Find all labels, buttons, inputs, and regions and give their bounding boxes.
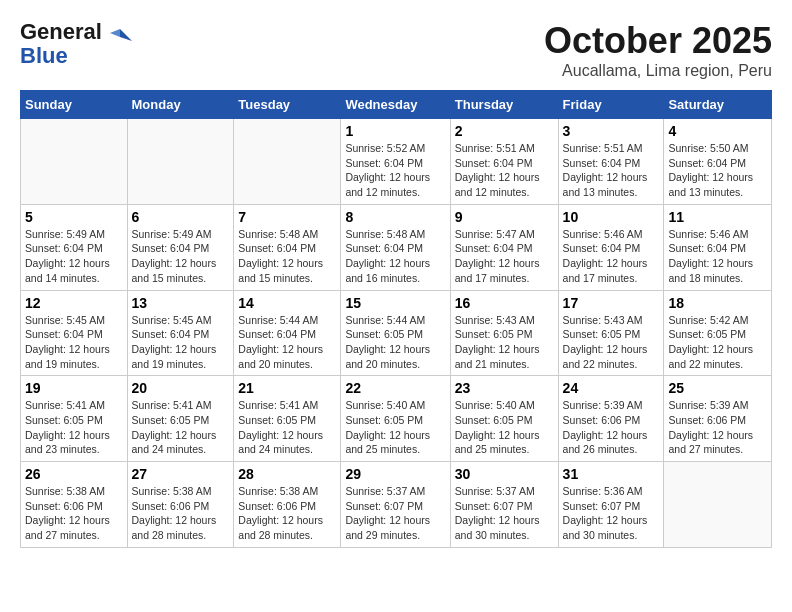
calendar-cell: 18Sunrise: 5:42 AM Sunset: 6:05 PM Dayli…: [664, 290, 772, 376]
day-number: 20: [132, 380, 230, 396]
day-info: Sunrise: 5:45 AM Sunset: 6:04 PM Dayligh…: [132, 313, 230, 372]
day-number: 3: [563, 123, 660, 139]
calendar-cell: 3Sunrise: 5:51 AM Sunset: 6:04 PM Daylig…: [558, 119, 664, 205]
day-info: Sunrise: 5:41 AM Sunset: 6:05 PM Dayligh…: [238, 398, 336, 457]
day-number: 9: [455, 209, 554, 225]
day-info: Sunrise: 5:42 AM Sunset: 6:05 PM Dayligh…: [668, 313, 767, 372]
calendar-cell: 26Sunrise: 5:38 AM Sunset: 6:06 PM Dayli…: [21, 462, 128, 548]
location-subtitle: Aucallama, Lima region, Peru: [544, 62, 772, 80]
calendar-week-row: 26Sunrise: 5:38 AM Sunset: 6:06 PM Dayli…: [21, 462, 772, 548]
calendar-cell: 22Sunrise: 5:40 AM Sunset: 6:05 PM Dayli…: [341, 376, 450, 462]
calendar-cell: 29Sunrise: 5:37 AM Sunset: 6:07 PM Dayli…: [341, 462, 450, 548]
day-number: 18: [668, 295, 767, 311]
day-info: Sunrise: 5:48 AM Sunset: 6:04 PM Dayligh…: [238, 227, 336, 286]
weekday-header: Wednesday: [341, 91, 450, 119]
day-info: Sunrise: 5:46 AM Sunset: 6:04 PM Dayligh…: [668, 227, 767, 286]
day-number: 17: [563, 295, 660, 311]
day-info: Sunrise: 5:49 AM Sunset: 6:04 PM Dayligh…: [25, 227, 123, 286]
calendar-cell: 13Sunrise: 5:45 AM Sunset: 6:04 PM Dayli…: [127, 290, 234, 376]
day-number: 1: [345, 123, 445, 139]
calendar-cell: [234, 119, 341, 205]
day-info: Sunrise: 5:43 AM Sunset: 6:05 PM Dayligh…: [563, 313, 660, 372]
day-number: 28: [238, 466, 336, 482]
day-info: Sunrise: 5:38 AM Sunset: 6:06 PM Dayligh…: [238, 484, 336, 543]
day-number: 13: [132, 295, 230, 311]
day-number: 5: [25, 209, 123, 225]
calendar-cell: 25Sunrise: 5:39 AM Sunset: 6:06 PM Dayli…: [664, 376, 772, 462]
weekday-header: Monday: [127, 91, 234, 119]
calendar-cell: [127, 119, 234, 205]
calendar-week-row: 19Sunrise: 5:41 AM Sunset: 6:05 PM Dayli…: [21, 376, 772, 462]
day-info: Sunrise: 5:38 AM Sunset: 6:06 PM Dayligh…: [25, 484, 123, 543]
calendar-cell: 14Sunrise: 5:44 AM Sunset: 6:04 PM Dayli…: [234, 290, 341, 376]
day-number: 2: [455, 123, 554, 139]
weekday-header: Tuesday: [234, 91, 341, 119]
day-info: Sunrise: 5:48 AM Sunset: 6:04 PM Dayligh…: [345, 227, 445, 286]
day-info: Sunrise: 5:50 AM Sunset: 6:04 PM Dayligh…: [668, 141, 767, 200]
day-info: Sunrise: 5:44 AM Sunset: 6:04 PM Dayligh…: [238, 313, 336, 372]
day-number: 4: [668, 123, 767, 139]
day-info: Sunrise: 5:43 AM Sunset: 6:05 PM Dayligh…: [455, 313, 554, 372]
calendar-cell: 16Sunrise: 5:43 AM Sunset: 6:05 PM Dayli…: [450, 290, 558, 376]
calendar-week-row: 1Sunrise: 5:52 AM Sunset: 6:04 PM Daylig…: [21, 119, 772, 205]
calendar-cell: 27Sunrise: 5:38 AM Sunset: 6:06 PM Dayli…: [127, 462, 234, 548]
calendar-cell: 30Sunrise: 5:37 AM Sunset: 6:07 PM Dayli…: [450, 462, 558, 548]
day-number: 24: [563, 380, 660, 396]
day-info: Sunrise: 5:40 AM Sunset: 6:05 PM Dayligh…: [345, 398, 445, 457]
logo: GeneralBlue: [20, 20, 134, 68]
day-info: Sunrise: 5:38 AM Sunset: 6:06 PM Dayligh…: [132, 484, 230, 543]
weekday-header: Saturday: [664, 91, 772, 119]
calendar-cell: 17Sunrise: 5:43 AM Sunset: 6:05 PM Dayli…: [558, 290, 664, 376]
day-info: Sunrise: 5:49 AM Sunset: 6:04 PM Dayligh…: [132, 227, 230, 286]
calendar-cell: 10Sunrise: 5:46 AM Sunset: 6:04 PM Dayli…: [558, 204, 664, 290]
calendar-cell: 24Sunrise: 5:39 AM Sunset: 6:06 PM Dayli…: [558, 376, 664, 462]
calendar-cell: 8Sunrise: 5:48 AM Sunset: 6:04 PM Daylig…: [341, 204, 450, 290]
day-number: 10: [563, 209, 660, 225]
calendar-body: 1Sunrise: 5:52 AM Sunset: 6:04 PM Daylig…: [21, 119, 772, 548]
calendar-cell: 7Sunrise: 5:48 AM Sunset: 6:04 PM Daylig…: [234, 204, 341, 290]
month-title: October 2025: [544, 20, 772, 62]
calendar-cell: 28Sunrise: 5:38 AM Sunset: 6:06 PM Dayli…: [234, 462, 341, 548]
day-number: 12: [25, 295, 123, 311]
day-info: Sunrise: 5:41 AM Sunset: 6:05 PM Dayligh…: [132, 398, 230, 457]
day-number: 21: [238, 380, 336, 396]
day-info: Sunrise: 5:39 AM Sunset: 6:06 PM Dayligh…: [668, 398, 767, 457]
day-number: 16: [455, 295, 554, 311]
day-info: Sunrise: 5:45 AM Sunset: 6:04 PM Dayligh…: [25, 313, 123, 372]
day-info: Sunrise: 5:52 AM Sunset: 6:04 PM Dayligh…: [345, 141, 445, 200]
day-info: Sunrise: 5:46 AM Sunset: 6:04 PM Dayligh…: [563, 227, 660, 286]
weekday-header: Thursday: [450, 91, 558, 119]
day-number: 22: [345, 380, 445, 396]
calendar-header-row: SundayMondayTuesdayWednesdayThursdayFrid…: [21, 91, 772, 119]
day-number: 23: [455, 380, 554, 396]
calendar-cell: 19Sunrise: 5:41 AM Sunset: 6:05 PM Dayli…: [21, 376, 128, 462]
calendar-cell: 12Sunrise: 5:45 AM Sunset: 6:04 PM Dayli…: [21, 290, 128, 376]
calendar-cell: 5Sunrise: 5:49 AM Sunset: 6:04 PM Daylig…: [21, 204, 128, 290]
logo-text: GeneralBlue: [20, 20, 102, 68]
page-header: GeneralBlue October 2025 Aucallama, Lima…: [20, 20, 772, 80]
day-number: 15: [345, 295, 445, 311]
calendar-cell: 21Sunrise: 5:41 AM Sunset: 6:05 PM Dayli…: [234, 376, 341, 462]
day-number: 11: [668, 209, 767, 225]
day-number: 25: [668, 380, 767, 396]
calendar-cell: 20Sunrise: 5:41 AM Sunset: 6:05 PM Dayli…: [127, 376, 234, 462]
day-number: 30: [455, 466, 554, 482]
day-info: Sunrise: 5:40 AM Sunset: 6:05 PM Dayligh…: [455, 398, 554, 457]
day-info: Sunrise: 5:44 AM Sunset: 6:05 PM Dayligh…: [345, 313, 445, 372]
svg-marker-1: [110, 29, 120, 37]
calendar-cell: 15Sunrise: 5:44 AM Sunset: 6:05 PM Dayli…: [341, 290, 450, 376]
day-number: 27: [132, 466, 230, 482]
calendar-cell: [21, 119, 128, 205]
calendar-cell: 1Sunrise: 5:52 AM Sunset: 6:04 PM Daylig…: [341, 119, 450, 205]
day-info: Sunrise: 5:47 AM Sunset: 6:04 PM Dayligh…: [455, 227, 554, 286]
weekday-header: Sunday: [21, 91, 128, 119]
day-info: Sunrise: 5:36 AM Sunset: 6:07 PM Dayligh…: [563, 484, 660, 543]
calendar-cell: 9Sunrise: 5:47 AM Sunset: 6:04 PM Daylig…: [450, 204, 558, 290]
day-number: 14: [238, 295, 336, 311]
day-info: Sunrise: 5:51 AM Sunset: 6:04 PM Dayligh…: [563, 141, 660, 200]
calendar-cell: 11Sunrise: 5:46 AM Sunset: 6:04 PM Dayli…: [664, 204, 772, 290]
day-info: Sunrise: 5:41 AM Sunset: 6:05 PM Dayligh…: [25, 398, 123, 457]
day-info: Sunrise: 5:37 AM Sunset: 6:07 PM Dayligh…: [455, 484, 554, 543]
day-info: Sunrise: 5:39 AM Sunset: 6:06 PM Dayligh…: [563, 398, 660, 457]
day-number: 26: [25, 466, 123, 482]
